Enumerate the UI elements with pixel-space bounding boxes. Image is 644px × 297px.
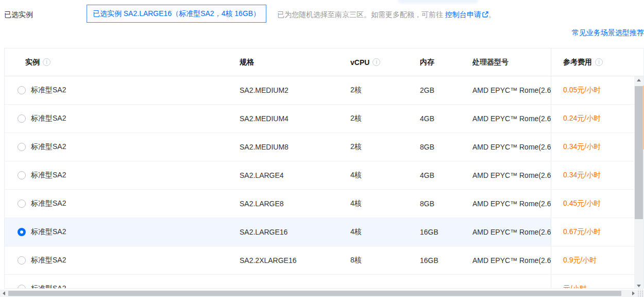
table-row[interactable]: 标准型SA2 SA2.2XLARGE16 8核 16GB AMD EPYC™ R…: [5, 246, 643, 275]
vcpu-value: 2核: [350, 76, 420, 104]
horizontal-scrollbar[interactable]: [0, 290, 644, 297]
radio-button[interactable]: [18, 86, 26, 94]
vcpu-value: [350, 275, 420, 289]
vcpu-value: 2核: [350, 133, 420, 161]
radio-button[interactable]: [18, 171, 26, 179]
table-row[interactable]: 标准型SA2 SA2.MEDIUM2 2核 2GB AMD EPYC™ Rome…: [5, 76, 643, 105]
horizontal-scrollbar-thumb[interactable]: [8, 291, 621, 296]
scrollbar-corner: [637, 290, 644, 297]
radio-button[interactable]: [18, 228, 26, 236]
instance-spec: [240, 275, 350, 289]
cpu-model: [472, 275, 551, 289]
price-value: 0.9元/小时: [551, 246, 643, 274]
vcpu-value: 4核: [350, 161, 420, 189]
vertical-scrollbar-thumb[interactable]: [635, 86, 643, 219]
info-icon[interactable]: i: [595, 58, 603, 66]
price-value: 0.24元/小时: [551, 105, 643, 133]
selected-instance-label: 已选实例: [4, 10, 33, 20]
vcpu-value: 2核: [350, 105, 420, 133]
vcpu-value: 4核: [350, 218, 420, 246]
memory-value: 2GB: [420, 76, 472, 104]
radio-button[interactable]: [18, 285, 26, 289]
instance-spec: SA2.LARGE4: [240, 161, 350, 189]
instance-spec: SA2.MEDIUM2: [240, 76, 350, 104]
memory-value: 16GB: [420, 218, 472, 246]
instance-spec: SA2.MEDIUM8: [240, 133, 350, 161]
memory-value: 8GB: [420, 133, 472, 161]
memory-value: [420, 275, 472, 289]
instance-family: 标准型SA2: [31, 171, 66, 180]
instance-spec: SA2.LARGE16: [240, 218, 350, 246]
table-row[interactable]: 标准型SA2 元/小时: [5, 275, 643, 289]
memory-value: 16GB: [420, 246, 472, 274]
info-icon[interactable]: i: [372, 58, 380, 66]
instance-spec: SA2.LARGE8: [240, 190, 350, 218]
price-value: 元/小时: [551, 275, 643, 289]
cpu-model: AMD EPYC™ Rome(2.6: [472, 190, 551, 218]
col-header-memory: 内存: [420, 48, 472, 76]
cpu-model: AMD EPYC™ Rome(2.6: [472, 133, 551, 161]
instance-family: 标准型SA2: [31, 256, 66, 265]
instance-family: 标准型SA2: [31, 227, 66, 237]
scroll-left-arrow[interactable]: [0, 290, 7, 297]
zone-hint: 已为您随机选择至南京三区。如需更多配额，可前往 控制台申请。: [277, 10, 496, 20]
table-header-row: 实例 i 规格 vCPU i 内存 处理器型号 参考费用 i: [5, 48, 643, 76]
zone-hint-text: 已为您随机选择至南京三区。如需更多配额，可前往: [277, 10, 445, 19]
instance-family: 标准型SA2: [31, 86, 66, 95]
scenario-recommendation-link[interactable]: 常见业务场景选型推荐: [572, 28, 644, 38]
zone-hint-period: 。: [488, 10, 496, 19]
radio-button[interactable]: [18, 143, 26, 151]
vcpu-value: 4核: [350, 190, 420, 218]
radio-button[interactable]: [18, 200, 26, 208]
price-value: 0.67元/小时: [551, 218, 643, 246]
cpu-model: AMD EPYC™ Rome(2.6: [472, 218, 551, 246]
radio-button[interactable]: [18, 114, 26, 123]
table-row[interactable]: 标准型SA2 SA2.LARGE16 4核 16GB AMD EPYC™ Rom…: [5, 218, 643, 246]
scroll-right-arrow[interactable]: [630, 290, 637, 297]
instance-family: 标准型SA2: [31, 284, 66, 289]
scroll-down-arrow[interactable]: [634, 282, 643, 289]
cpu-model: AMD EPYC™ Rome(2.6: [472, 161, 551, 189]
instance-table: 实例 i 规格 vCPU i 内存 处理器型号 参考费用 i 标准型SA2 SA…: [4, 48, 644, 289]
cpu-model: AMD EPYC™ Rome(2.6: [472, 246, 551, 274]
selected-instance-summary-text: 已选实例 SA2.LARGE16（标准型SA2，4核 16GB）: [93, 9, 260, 19]
radio-button[interactable]: [18, 256, 26, 265]
selected-instance-summary: 已选实例 SA2.LARGE16（标准型SA2，4核 16GB）: [87, 5, 266, 23]
instance-spec: SA2.MEDIUM4: [240, 105, 350, 133]
memory-value: 4GB: [420, 105, 472, 133]
cpu-model: AMD EPYC™ Rome(2.6: [472, 105, 551, 133]
col-header-price: 参考费用 i: [551, 48, 643, 76]
memory-value: 4GB: [420, 161, 472, 189]
table-row[interactable]: 标准型SA2 SA2.LARGE4 4核 4GB AMD EPYC™ Rome(…: [5, 161, 643, 190]
instance-spec: SA2.2XLARGE16: [240, 246, 350, 274]
col-header-cpu-model: 处理器型号: [472, 48, 551, 76]
table-body: 标准型SA2 SA2.MEDIUM2 2核 2GB AMD EPYC™ Rome…: [5, 76, 643, 289]
external-link-icon[interactable]: [482, 11, 488, 19]
col-header-spec: 规格: [240, 48, 350, 76]
table-row[interactable]: 标准型SA2 SA2.LARGE8 4核 8GB AMD EPYC™ Rome(…: [5, 190, 643, 218]
price-value: 0.34元/小时: [551, 161, 643, 189]
info-icon[interactable]: i: [43, 58, 50, 66]
selected-instance-bar: 已选实例 已选实例 SA2.LARGE16（标准型SA2，4核 16GB） 已为…: [0, 0, 644, 25]
scroll-up-arrow[interactable]: [634, 76, 643, 84]
vcpu-value: 8核: [350, 246, 420, 274]
table-row[interactable]: 标准型SA2 SA2.MEDIUM8 2核 8GB AMD EPYC™ Rome…: [5, 133, 643, 161]
col-header-vcpu: vCPU i: [350, 48, 420, 76]
price-value: 0.34元/小时: [551, 133, 643, 161]
cpu-model: AMD EPYC™ Rome(2.6: [472, 76, 551, 104]
col-header-instance: 实例 i: [5, 48, 240, 76]
instance-family: 标准型SA2: [31, 114, 66, 123]
instance-family: 标准型SA2: [31, 199, 66, 208]
memory-value: 8GB: [420, 190, 472, 218]
price-value: 0.05元/小时: [551, 76, 643, 104]
table-row[interactable]: 标准型SA2 SA2.MEDIUM4 2核 4GB AMD EPYC™ Rome…: [5, 105, 643, 133]
console-apply-link[interactable]: 控制台申请: [445, 10, 481, 19]
price-value: 0.45元/小时: [551, 190, 643, 218]
instance-family: 标准型SA2: [31, 142, 66, 152]
